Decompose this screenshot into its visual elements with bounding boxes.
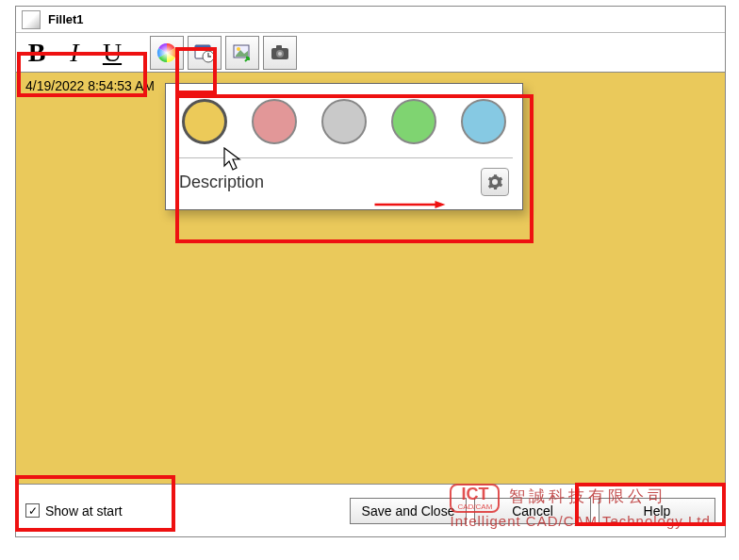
color-swatch-yellow[interactable] — [182, 99, 227, 144]
svg-point-10 — [278, 52, 282, 56]
show-at-start-option[interactable]: ✓ Show at start — [25, 503, 123, 519]
titlebar: Fillet1 — [16, 7, 725, 33]
italic-button[interactable]: I — [57, 36, 91, 70]
toolbar: B I U — [16, 33, 725, 73]
svg-point-0 — [157, 43, 176, 62]
show-at-start-label: Show at start — [45, 503, 123, 519]
svg-rect-2 — [195, 45, 210, 49]
screenshot-button[interactable] — [263, 36, 297, 70]
color-swatch-blue[interactable] — [461, 99, 506, 144]
svg-rect-8 — [276, 45, 282, 49]
cancel-button[interactable]: Cancel — [474, 498, 591, 524]
gear-icon — [486, 173, 503, 190]
color-swatch-gray[interactable] — [321, 99, 367, 144]
show-at-start-checkbox[interactable]: ✓ — [25, 503, 40, 518]
save-and-close-button[interactable]: Save and Close — [350, 498, 467, 524]
dialog-footer: ✓ Show at start Save and Close Cancel He… — [16, 484, 725, 536]
svg-point-6 — [237, 47, 240, 51]
note-icon — [22, 10, 41, 29]
description-label: Description — [179, 173, 264, 192]
color-picker-button[interactable] — [150, 36, 184, 70]
insert-image-button[interactable] — [225, 36, 259, 70]
image-import-icon — [232, 42, 253, 63]
color-swatch-row — [175, 91, 513, 158]
calendar-clock-icon — [194, 42, 215, 63]
underline-button[interactable]: U — [95, 36, 129, 70]
help-button[interactable]: Help — [599, 498, 715, 524]
insert-date-button[interactable] — [188, 36, 222, 70]
dialog-title: Fillet1 — [48, 12, 84, 26]
color-picker-popup: Description — [165, 83, 523, 210]
color-wheel-icon — [156, 41, 178, 64]
bold-button[interactable]: B — [20, 36, 54, 70]
color-swatch-pink[interactable] — [252, 99, 297, 144]
color-swatch-green[interactable] — [391, 99, 436, 144]
camera-icon — [270, 42, 290, 63]
color-settings-button[interactable] — [481, 168, 509, 196]
